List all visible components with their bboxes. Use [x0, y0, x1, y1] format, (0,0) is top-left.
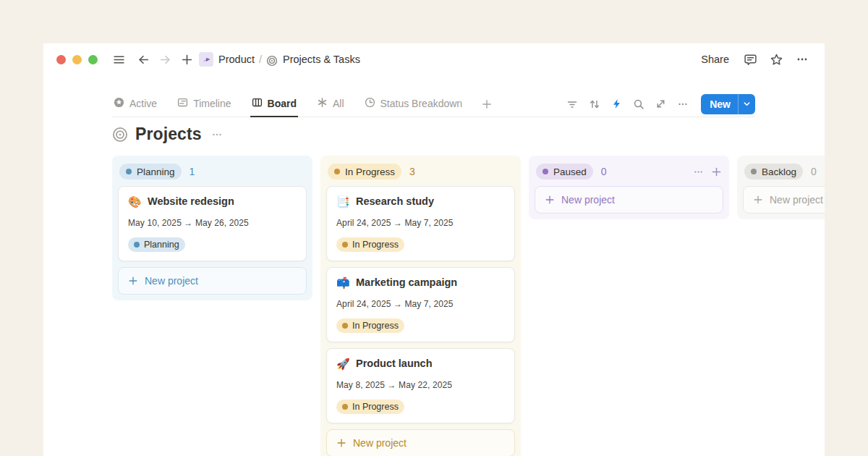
tab-board[interactable]: Board	[250, 91, 298, 117]
timeline-icon	[177, 97, 188, 110]
project-card[interactable]: 🚀 Product launch May 8, 2025 → May 22, 2…	[326, 348, 515, 423]
status-dot	[751, 169, 757, 174]
tab-label: Status Breakdown	[380, 98, 463, 109]
card-emoji: 🎨	[128, 196, 141, 207]
view-tabs-bar: Active Timeline Board All Status Breakdo…	[112, 91, 755, 117]
column-header: Paused 0	[535, 161, 723, 186]
view-tools: New	[566, 94, 755, 114]
page-more-icon[interactable]	[210, 128, 224, 141]
new-project-button[interactable]: New project	[535, 186, 723, 214]
column-count: 3	[409, 166, 415, 177]
filter-icon[interactable]	[566, 98, 578, 110]
add-view-button[interactable]	[481, 91, 493, 117]
column-planning: Planning 1 🎨 Website redesign May 10, 20…	[112, 156, 312, 300]
forward-icon[interactable]	[156, 50, 174, 69]
close-window-button[interactable]	[56, 55, 66, 64]
titlebar: Product / Projects & Tasks Share	[43, 43, 825, 75]
column-in-progress: In Progress 3 📑 Research study April 24,…	[320, 156, 521, 456]
tab-status-breakdown[interactable]: Status Breakdown	[363, 91, 464, 117]
status-dot	[134, 242, 140, 248]
column-name: In Progress	[345, 166, 395, 177]
new-project-button[interactable]: New project	[743, 186, 825, 214]
card-date-range: April 24, 2025 → May 7, 2025	[336, 299, 505, 309]
card-emoji: 📫	[336, 277, 349, 288]
tab-timeline[interactable]: Timeline	[176, 91, 232, 117]
card-status-pill: Planning	[128, 237, 185, 252]
card-status-label: Planning	[144, 240, 179, 250]
menu-icon[interactable]	[109, 50, 128, 69]
status-dot	[334, 169, 340, 174]
new-button[interactable]: New	[701, 94, 755, 114]
breadcrumb-separator: /	[259, 54, 262, 65]
project-card[interactable]: 📫 Marketing campaign April 24, 2025 → Ma…	[326, 267, 515, 342]
target-icon	[266, 55, 278, 67]
comment-icon[interactable]	[741, 50, 760, 69]
breadcrumb-workspace[interactable]: Product	[218, 54, 255, 65]
project-card[interactable]: 🎨 Website redesign May 10, 2025 → May 26…	[118, 186, 307, 261]
card-status-pill: In Progress	[336, 237, 404, 252]
column-count: 1	[190, 166, 195, 177]
card-title: Website redesign	[148, 195, 234, 207]
kanban-board: Planning 1 🎨 Website redesign May 10, 20…	[112, 156, 825, 456]
more-icon[interactable]	[793, 50, 812, 69]
tab-all[interactable]: All	[315, 91, 346, 117]
column-add-icon[interactable]	[711, 166, 722, 177]
chevron-down-icon[interactable]	[738, 94, 755, 114]
new-project-button[interactable]: New project	[118, 267, 307, 295]
favorite-icon[interactable]	[767, 50, 786, 69]
column-status-pill[interactable]: Backlog	[744, 164, 803, 180]
star-circle-icon	[114, 97, 124, 110]
window-controls	[56, 55, 98, 64]
bolt-icon[interactable]	[611, 98, 622, 109]
tab-label: Timeline	[193, 98, 231, 109]
column-status-pill[interactable]: In Progress	[328, 164, 401, 180]
expand-icon[interactable]	[655, 98, 666, 109]
app-window: Product / Projects & Tasks Share Active	[43, 43, 825, 456]
column-more-icon[interactable]	[693, 166, 704, 177]
card-title: Marketing campaign	[356, 276, 457, 288]
card-date-range: May 8, 2025 → May 22, 2025	[336, 380, 505, 390]
asterisk-icon	[317, 97, 328, 110]
share-button[interactable]: Share	[697, 51, 733, 67]
card-title: Research study	[356, 195, 434, 207]
tab-active[interactable]: Active	[112, 91, 158, 117]
new-project-button[interactable]: New project	[326, 429, 515, 456]
column-name: Planning	[137, 166, 175, 177]
minimize-window-button[interactable]	[72, 55, 82, 64]
plus-icon	[753, 195, 763, 205]
plus-icon	[545, 195, 555, 205]
card-status-label: In Progress	[352, 321, 399, 331]
new-tab-icon[interactable]	[177, 50, 196, 69]
column-paused: Paused 0 New project	[529, 156, 729, 219]
workspace-icon[interactable]	[199, 52, 213, 67]
new-project-label: New project	[353, 437, 407, 449]
tab-label: All	[333, 98, 344, 109]
new-project-label: New project	[145, 275, 198, 287]
status-dot	[542, 169, 548, 174]
card-status-label: In Progress	[352, 402, 399, 412]
column-backlog: Backlog 0 New project	[737, 156, 825, 219]
zoom-window-button[interactable]	[88, 55, 98, 64]
search-icon[interactable]	[633, 98, 644, 110]
card-status-pill: In Progress	[336, 318, 404, 333]
plus-icon	[336, 438, 346, 448]
sort-icon[interactable]	[589, 98, 600, 110]
status-dot	[126, 169, 132, 174]
card-status-pill: In Progress	[336, 400, 404, 414]
breadcrumb-page[interactable]: Projects & Tasks	[283, 54, 360, 65]
column-header: In Progress 3	[326, 161, 515, 186]
new-button-label: New	[701, 98, 738, 110]
card-emoji: 🚀	[336, 358, 349, 369]
project-card[interactable]: 📑 Research study April 24, 2025 → May 7,…	[326, 186, 515, 261]
column-name: Backlog	[762, 166, 796, 177]
card-date-range: May 10, 2025 → May 26, 2025	[128, 218, 297, 228]
clock-pie-icon	[365, 97, 375, 110]
back-icon[interactable]	[134, 50, 153, 69]
column-status-pill[interactable]: Planning	[119, 164, 182, 180]
target-icon	[112, 127, 128, 143]
new-project-label: New project	[770, 194, 823, 206]
column-name: Paused	[553, 166, 587, 177]
view-more-icon[interactable]	[677, 98, 689, 110]
column-status-pill[interactable]: Paused	[536, 164, 593, 180]
tab-label: Active	[129, 98, 157, 109]
